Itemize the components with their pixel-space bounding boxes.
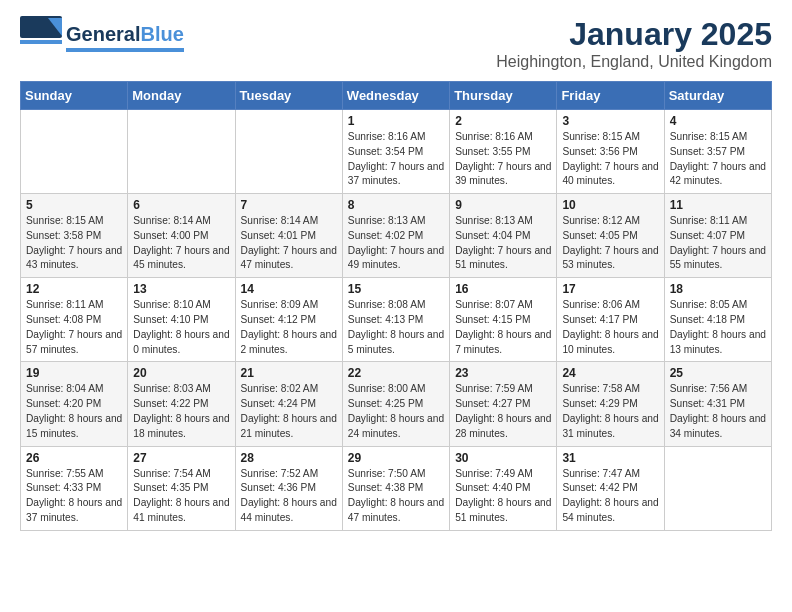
calendar-cell [21,110,128,194]
day-info: Sunrise: 7:59 AM Sunset: 4:27 PM Dayligh… [455,382,551,441]
header-monday: Monday [128,82,235,110]
day-info: Sunrise: 8:15 AM Sunset: 3:58 PM Dayligh… [26,214,122,273]
week-row-5: 26Sunrise: 7:55 AM Sunset: 4:33 PM Dayli… [21,446,772,530]
day-number: 11 [670,198,766,212]
day-number: 12 [26,282,122,296]
calendar-cell: 17Sunrise: 8:06 AM Sunset: 4:17 PM Dayli… [557,278,664,362]
day-number: 28 [241,451,337,465]
day-info: Sunrise: 8:15 AM Sunset: 3:57 PM Dayligh… [670,130,766,189]
calendar-cell: 19Sunrise: 8:04 AM Sunset: 4:20 PM Dayli… [21,362,128,446]
day-info: Sunrise: 8:14 AM Sunset: 4:00 PM Dayligh… [133,214,229,273]
day-number: 20 [133,366,229,380]
day-info: Sunrise: 8:05 AM Sunset: 4:18 PM Dayligh… [670,298,766,357]
day-number: 25 [670,366,766,380]
day-info: Sunrise: 8:07 AM Sunset: 4:15 PM Dayligh… [455,298,551,357]
title-block: January 2025 Heighington, England, Unite… [496,16,772,71]
logo-blue: Blue [140,23,183,46]
calendar-cell: 18Sunrise: 8:05 AM Sunset: 4:18 PM Dayli… [664,278,771,362]
day-number: 31 [562,451,658,465]
day-info: Sunrise: 8:13 AM Sunset: 4:02 PM Dayligh… [348,214,444,273]
calendar-cell: 3Sunrise: 8:15 AM Sunset: 3:56 PM Daylig… [557,110,664,194]
calendar-cell: 14Sunrise: 8:09 AM Sunset: 4:12 PM Dayli… [235,278,342,362]
day-number: 7 [241,198,337,212]
day-info: Sunrise: 8:08 AM Sunset: 4:13 PM Dayligh… [348,298,444,357]
day-info: Sunrise: 8:00 AM Sunset: 4:25 PM Dayligh… [348,382,444,441]
calendar-cell [235,110,342,194]
calendar-cell: 5Sunrise: 8:15 AM Sunset: 3:58 PM Daylig… [21,194,128,278]
day-info: Sunrise: 7:50 AM Sunset: 4:38 PM Dayligh… [348,467,444,526]
header-thursday: Thursday [450,82,557,110]
day-number: 22 [348,366,444,380]
day-info: Sunrise: 8:11 AM Sunset: 4:08 PM Dayligh… [26,298,122,357]
calendar-cell: 24Sunrise: 7:58 AM Sunset: 4:29 PM Dayli… [557,362,664,446]
day-number: 16 [455,282,551,296]
day-number: 1 [348,114,444,128]
day-info: Sunrise: 7:55 AM Sunset: 4:33 PM Dayligh… [26,467,122,526]
calendar-cell: 27Sunrise: 7:54 AM Sunset: 4:35 PM Dayli… [128,446,235,530]
day-number: 13 [133,282,229,296]
calendar-title: January 2025 [496,16,772,53]
calendar-cell: 29Sunrise: 7:50 AM Sunset: 4:38 PM Dayli… [342,446,449,530]
calendar-cell: 25Sunrise: 7:56 AM Sunset: 4:31 PM Dayli… [664,362,771,446]
calendar-cell: 15Sunrise: 8:08 AM Sunset: 4:13 PM Dayli… [342,278,449,362]
day-number: 19 [26,366,122,380]
day-number: 26 [26,451,122,465]
day-info: Sunrise: 8:10 AM Sunset: 4:10 PM Dayligh… [133,298,229,357]
day-info: Sunrise: 8:12 AM Sunset: 4:05 PM Dayligh… [562,214,658,273]
logo-icon [20,16,62,58]
calendar-cell: 30Sunrise: 7:49 AM Sunset: 4:40 PM Dayli… [450,446,557,530]
day-info: Sunrise: 8:11 AM Sunset: 4:07 PM Dayligh… [670,214,766,273]
day-number: 14 [241,282,337,296]
day-info: Sunrise: 8:14 AM Sunset: 4:01 PM Dayligh… [241,214,337,273]
logo-text-block: GeneralBlue [66,23,184,52]
calendar-cell: 16Sunrise: 8:07 AM Sunset: 4:15 PM Dayli… [450,278,557,362]
calendar-cell: 22Sunrise: 8:00 AM Sunset: 4:25 PM Dayli… [342,362,449,446]
day-number: 10 [562,198,658,212]
day-number: 15 [348,282,444,296]
calendar-cell [664,446,771,530]
calendar-cell: 9Sunrise: 8:13 AM Sunset: 4:04 PM Daylig… [450,194,557,278]
day-number: 24 [562,366,658,380]
day-info: Sunrise: 8:04 AM Sunset: 4:20 PM Dayligh… [26,382,122,441]
logo-divider [66,48,184,52]
day-number: 8 [348,198,444,212]
day-info: Sunrise: 8:06 AM Sunset: 4:17 PM Dayligh… [562,298,658,357]
calendar-cell: 12Sunrise: 8:11 AM Sunset: 4:08 PM Dayli… [21,278,128,362]
day-number: 17 [562,282,658,296]
header-tuesday: Tuesday [235,82,342,110]
day-info: Sunrise: 8:13 AM Sunset: 4:04 PM Dayligh… [455,214,551,273]
calendar-table: SundayMondayTuesdayWednesdayThursdayFrid… [20,81,772,531]
page-header: GeneralBlue January 2025 Heighington, En… [20,16,772,71]
calendar-cell: 1Sunrise: 8:16 AM Sunset: 3:54 PM Daylig… [342,110,449,194]
day-info: Sunrise: 7:56 AM Sunset: 4:31 PM Dayligh… [670,382,766,441]
calendar-cell: 11Sunrise: 8:11 AM Sunset: 4:07 PM Dayli… [664,194,771,278]
calendar-cell: 31Sunrise: 7:47 AM Sunset: 4:42 PM Dayli… [557,446,664,530]
week-row-3: 12Sunrise: 8:11 AM Sunset: 4:08 PM Dayli… [21,278,772,362]
day-number: 9 [455,198,551,212]
calendar-cell: 4Sunrise: 8:15 AM Sunset: 3:57 PM Daylig… [664,110,771,194]
calendar-cell: 26Sunrise: 7:55 AM Sunset: 4:33 PM Dayli… [21,446,128,530]
day-info: Sunrise: 8:02 AM Sunset: 4:24 PM Dayligh… [241,382,337,441]
header-saturday: Saturday [664,82,771,110]
calendar-cell [128,110,235,194]
week-row-2: 5Sunrise: 8:15 AM Sunset: 3:58 PM Daylig… [21,194,772,278]
day-info: Sunrise: 7:58 AM Sunset: 4:29 PM Dayligh… [562,382,658,441]
day-number: 30 [455,451,551,465]
day-info: Sunrise: 8:15 AM Sunset: 3:56 PM Dayligh… [562,130,658,189]
calendar-cell: 10Sunrise: 8:12 AM Sunset: 4:05 PM Dayli… [557,194,664,278]
calendar-cell: 13Sunrise: 8:10 AM Sunset: 4:10 PM Dayli… [128,278,235,362]
calendar-header-row: SundayMondayTuesdayWednesdayThursdayFrid… [21,82,772,110]
day-info: Sunrise: 8:16 AM Sunset: 3:55 PM Dayligh… [455,130,551,189]
day-info: Sunrise: 8:16 AM Sunset: 3:54 PM Dayligh… [348,130,444,189]
day-info: Sunrise: 8:09 AM Sunset: 4:12 PM Dayligh… [241,298,337,357]
day-number: 29 [348,451,444,465]
calendar-cell: 2Sunrise: 8:16 AM Sunset: 3:55 PM Daylig… [450,110,557,194]
calendar-cell: 7Sunrise: 8:14 AM Sunset: 4:01 PM Daylig… [235,194,342,278]
day-number: 23 [455,366,551,380]
calendar-cell: 6Sunrise: 8:14 AM Sunset: 4:00 PM Daylig… [128,194,235,278]
day-number: 21 [241,366,337,380]
logo: GeneralBlue [20,16,184,58]
header-wednesday: Wednesday [342,82,449,110]
calendar-cell: 20Sunrise: 8:03 AM Sunset: 4:22 PM Dayli… [128,362,235,446]
header-friday: Friday [557,82,664,110]
